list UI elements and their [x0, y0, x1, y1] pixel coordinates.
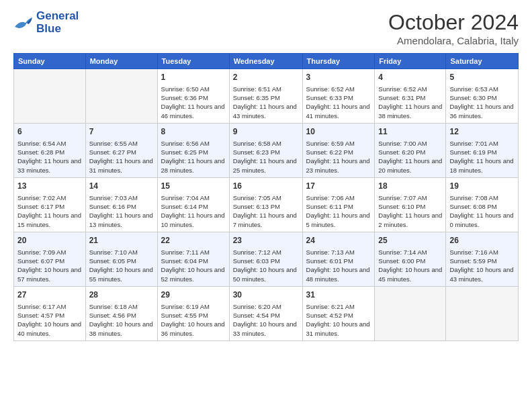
weekday-header: Friday: [375, 54, 446, 69]
day-info: Sunrise: 6:21 AMSunset: 4:52 PMDaylight:…: [306, 302, 371, 338]
calendar-cell: 8Sunrise: 6:56 AMSunset: 6:25 PMDaylight…: [157, 123, 229, 177]
calendar-cell: 5Sunrise: 6:53 AMSunset: 6:30 PMDaylight…: [446, 69, 519, 124]
day-number: 19: [449, 181, 515, 192]
day-info: Sunrise: 7:02 AMSunset: 6:17 PMDaylight:…: [17, 193, 82, 229]
day-number: 5: [449, 72, 515, 83]
calendar-cell: [85, 69, 157, 124]
day-info: Sunrise: 7:07 AMSunset: 6:10 PMDaylight:…: [378, 193, 442, 229]
day-number: 7: [89, 126, 154, 138]
calendar-cell: 2Sunrise: 6:51 AMSunset: 6:35 PMDaylight…: [229, 69, 302, 124]
title-block: October 2024 Amendolara, Calabria, Italy: [388, 10, 519, 46]
day-info: Sunrise: 7:08 AMSunset: 6:08 PMDaylight:…: [449, 193, 515, 229]
day-info: Sunrise: 6:50 AMSunset: 6:36 PMDaylight:…: [161, 85, 226, 120]
day-info: Sunrise: 6:59 AMSunset: 6:22 PMDaylight:…: [306, 139, 371, 175]
day-number: 24: [306, 235, 371, 246]
calendar-cell: 11Sunrise: 7:00 AMSunset: 6:20 PMDayligh…: [375, 123, 446, 177]
calendar-cell: 27Sunrise: 6:17 AMSunset: 4:57 PMDayligh…: [14, 286, 86, 340]
day-number: 2: [233, 72, 299, 83]
day-info: Sunrise: 7:04 AMSunset: 6:14 PMDaylight:…: [161, 193, 226, 229]
calendar-cell: 3Sunrise: 6:52 AMSunset: 6:33 PMDaylight…: [302, 69, 375, 124]
calendar-cell: 17Sunrise: 7:06 AMSunset: 6:11 PMDayligh…: [302, 177, 375, 232]
day-info: Sunrise: 7:16 AMSunset: 5:59 PMDaylight:…: [449, 248, 515, 283]
day-info: Sunrise: 6:54 AMSunset: 6:28 PMDaylight:…: [17, 139, 82, 175]
day-number: 16: [233, 181, 299, 192]
calendar-cell: 24Sunrise: 7:13 AMSunset: 6:01 PMDayligh…: [302, 232, 375, 286]
day-info: Sunrise: 6:55 AMSunset: 6:27 PMDaylight:…: [89, 139, 154, 175]
day-info: Sunrise: 6:19 AMSunset: 4:55 PMDaylight:…: [161, 302, 226, 338]
calendar-cell: 13Sunrise: 7:02 AMSunset: 6:17 PMDayligh…: [14, 177, 86, 232]
day-info: Sunrise: 7:09 AMSunset: 6:07 PMDaylight:…: [17, 248, 82, 283]
day-info: Sunrise: 7:10 AMSunset: 6:05 PMDaylight:…: [89, 248, 154, 283]
calendar-cell: [446, 286, 519, 340]
calendar-cell: 31Sunrise: 6:21 AMSunset: 4:52 PMDayligh…: [302, 286, 375, 340]
weekday-header: Sunday: [14, 54, 86, 69]
page: General Blue October 2024 Amendolara, Ca…: [0, 0, 532, 411]
logo-text: General Blue: [36, 10, 79, 35]
month-title: October 2024: [388, 10, 519, 35]
calendar-cell: 9Sunrise: 6:58 AMSunset: 6:23 PMDaylight…: [229, 123, 302, 177]
calendar-cell: 25Sunrise: 7:14 AMSunset: 6:00 PMDayligh…: [375, 232, 446, 286]
day-info: Sunrise: 6:17 AMSunset: 4:57 PMDaylight:…: [17, 302, 82, 338]
calendar-cell: 18Sunrise: 7:07 AMSunset: 6:10 PMDayligh…: [375, 177, 446, 232]
day-number: 4: [378, 72, 442, 83]
calendar-cell: 19Sunrise: 7:08 AMSunset: 6:08 PMDayligh…: [446, 177, 519, 232]
day-number: 23: [233, 235, 299, 246]
calendar-cell: 6Sunrise: 6:54 AMSunset: 6:28 PMDaylight…: [14, 123, 86, 177]
day-info: Sunrise: 7:11 AMSunset: 6:04 PMDaylight:…: [161, 248, 226, 283]
calendar-cell: 22Sunrise: 7:11 AMSunset: 6:04 PMDayligh…: [157, 232, 229, 286]
calendar-cell: 26Sunrise: 7:16 AMSunset: 5:59 PMDayligh…: [446, 232, 519, 286]
day-number: 14: [89, 181, 154, 192]
day-info: Sunrise: 6:20 AMSunset: 4:54 PMDaylight:…: [233, 302, 299, 338]
calendar-cell: 29Sunrise: 6:19 AMSunset: 4:55 PMDayligh…: [157, 286, 229, 340]
calendar-cell: 21Sunrise: 7:10 AMSunset: 6:05 PMDayligh…: [85, 232, 157, 286]
weekday-header: Wednesday: [229, 54, 302, 69]
day-number: 30: [233, 289, 299, 301]
day-info: Sunrise: 7:05 AMSunset: 6:13 PMDaylight:…: [233, 193, 299, 229]
day-number: 18: [378, 181, 442, 192]
day-info: Sunrise: 6:51 AMSunset: 6:35 PMDaylight:…: [233, 85, 299, 120]
calendar-cell: 4Sunrise: 6:52 AMSunset: 6:31 PMDaylight…: [375, 69, 446, 124]
day-info: Sunrise: 7:12 AMSunset: 6:03 PMDaylight:…: [233, 248, 299, 283]
day-number: 20: [17, 235, 82, 246]
day-number: 29: [161, 289, 226, 301]
day-number: 28: [89, 289, 154, 301]
weekday-header: Saturday: [446, 54, 519, 69]
calendar-cell: 16Sunrise: 7:05 AMSunset: 6:13 PMDayligh…: [229, 177, 302, 232]
day-number: 17: [306, 181, 371, 192]
calendar-cell: [375, 286, 446, 340]
day-info: Sunrise: 6:52 AMSunset: 6:33 PMDaylight:…: [306, 85, 371, 120]
day-number: 6: [17, 126, 82, 138]
logo-icon: [13, 15, 34, 31]
day-info: Sunrise: 6:58 AMSunset: 6:23 PMDaylight:…: [233, 139, 299, 175]
day-number: 9: [233, 126, 299, 138]
day-info: Sunrise: 7:03 AMSunset: 6:16 PMDaylight:…: [89, 193, 154, 229]
day-info: Sunrise: 7:14 AMSunset: 6:00 PMDaylight:…: [378, 248, 442, 283]
day-number: 13: [17, 181, 82, 192]
calendar-cell: 14Sunrise: 7:03 AMSunset: 6:16 PMDayligh…: [85, 177, 157, 232]
calendar-cell: [14, 69, 86, 124]
calendar-table: SundayMondayTuesdayWednesdayThursdayFrid…: [13, 53, 519, 341]
calendar-cell: 12Sunrise: 7:01 AMSunset: 6:19 PMDayligh…: [446, 123, 519, 177]
header: General Blue October 2024 Amendolara, Ca…: [13, 10, 519, 46]
calendar-cell: 1Sunrise: 6:50 AMSunset: 6:36 PMDaylight…: [157, 69, 229, 124]
day-number: 12: [449, 126, 515, 138]
day-info: Sunrise: 6:18 AMSunset: 4:56 PMDaylight:…: [89, 302, 154, 338]
weekday-header: Tuesday: [157, 54, 229, 69]
day-info: Sunrise: 7:00 AMSunset: 6:20 PMDaylight:…: [378, 139, 442, 175]
day-info: Sunrise: 6:56 AMSunset: 6:25 PMDaylight:…: [161, 139, 226, 175]
calendar-cell: 10Sunrise: 6:59 AMSunset: 6:22 PMDayligh…: [302, 123, 375, 177]
day-info: Sunrise: 7:06 AMSunset: 6:11 PMDaylight:…: [306, 193, 371, 229]
day-number: 11: [378, 126, 442, 138]
location: Amendolara, Calabria, Italy: [388, 35, 519, 46]
day-number: 26: [449, 235, 515, 246]
calendar-cell: 7Sunrise: 6:55 AMSunset: 6:27 PMDaylight…: [85, 123, 157, 177]
day-number: 15: [161, 181, 226, 192]
calendar-cell: 30Sunrise: 6:20 AMSunset: 4:54 PMDayligh…: [229, 286, 302, 340]
calendar-cell: 28Sunrise: 6:18 AMSunset: 4:56 PMDayligh…: [85, 286, 157, 340]
day-number: 25: [378, 235, 442, 246]
day-number: 10: [306, 126, 371, 138]
day-info: Sunrise: 6:52 AMSunset: 6:31 PMDaylight:…: [378, 85, 442, 120]
day-number: 31: [306, 289, 371, 301]
day-info: Sunrise: 7:01 AMSunset: 6:19 PMDaylight:…: [449, 139, 515, 175]
calendar-cell: 15Sunrise: 7:04 AMSunset: 6:14 PMDayligh…: [157, 177, 229, 232]
